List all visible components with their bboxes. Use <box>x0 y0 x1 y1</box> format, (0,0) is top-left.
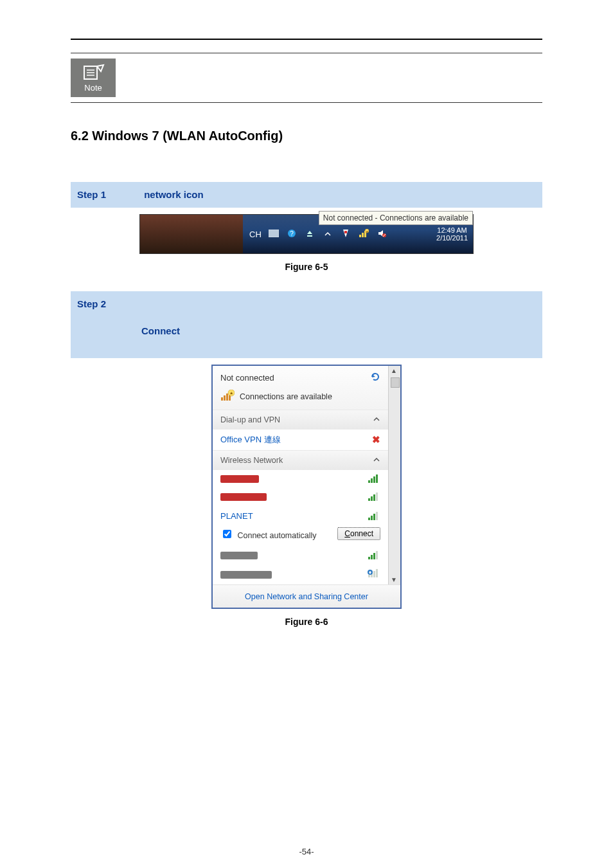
connect-automatically-checkbox[interactable]: Connect automatically <box>220 528 316 540</box>
action-center-icon[interactable] <box>340 229 351 240</box>
svg-rect-15 <box>221 397 223 401</box>
page-number: -54- <box>0 847 613 856</box>
dialup-vpn-header[interactable]: Dial-up and VPN <box>213 410 388 429</box>
open-network-center-link[interactable]: Open Network and Sharing Center <box>213 584 400 608</box>
step-2-bar: Step 2 Connect <box>71 291 542 358</box>
wifi-item-selected[interactable]: PLANET Conne <box>213 506 388 547</box>
scroll-up-icon[interactable]: ▲ <box>391 367 397 374</box>
clock-time: 12:49 AM <box>436 226 468 234</box>
svg-rect-16 <box>224 395 226 401</box>
wifi-item-redacted-3[interactable] <box>213 547 388 565</box>
eject-icon[interactable] <box>304 230 315 239</box>
dialup-vpn-label: Dial-up and VPN <box>220 415 280 424</box>
wifi-item-redacted-4[interactable] <box>213 565 388 584</box>
chevron-up-icon <box>373 456 380 465</box>
note-icon: Note <box>71 59 116 97</box>
wifi-connections-available: Connections are available <box>240 392 332 401</box>
svg-rect-33 <box>368 557 370 559</box>
signal-3-icon <box>368 493 380 502</box>
svg-rect-29 <box>368 518 370 520</box>
note-callout: Note <box>71 53 542 103</box>
svg-rect-26 <box>371 496 373 501</box>
svg-rect-31 <box>373 514 375 520</box>
signal-3-icon <box>368 551 380 560</box>
wifi-item-redacted-2[interactable] <box>213 488 388 506</box>
wifi-selected-ssid: PLANET <box>220 511 253 521</box>
svg-rect-21 <box>368 480 370 483</box>
wifi-popup: Not connected <box>211 365 402 609</box>
network-icon[interactable]: ★ <box>358 229 369 240</box>
svg-rect-37 <box>368 575 370 577</box>
chevron-up-icon[interactable] <box>322 230 333 239</box>
section-heading: 6.2 Windows 7 (WLAN AutoConfig) <box>71 129 542 143</box>
clock-date: 2/10/2011 <box>436 234 468 242</box>
scroll-down-icon[interactable]: ▼ <box>391 576 397 583</box>
vpn-item[interactable]: Office VPN 連線 ✖ <box>213 429 388 450</box>
vpn-item-label: Office VPN 連線 <box>220 434 281 446</box>
wireless-network-label: Wireless Network <box>220 456 283 465</box>
taskbar-tooltip: Not connected - Connections are availabl… <box>319 211 473 225</box>
svg-rect-36 <box>376 551 378 559</box>
svg-rect-17 <box>226 393 228 401</box>
taskbar-screenshot: Not connected - Connections are availabl… <box>139 214 474 254</box>
svg-rect-30 <box>371 516 373 520</box>
svg-rect-28 <box>376 493 378 501</box>
svg-rect-22 <box>371 478 373 483</box>
refresh-icon[interactable] <box>370 372 380 383</box>
step-1-bar: Step 1 network icon <box>71 182 542 208</box>
figure-6-6-caption: Figure 6-6 <box>71 617 542 627</box>
svg-rect-4 <box>269 230 279 237</box>
signal-3-icon <box>368 512 380 521</box>
wifi-item-redacted-1[interactable] <box>213 470 388 488</box>
connect-button-rest: onnect <box>350 529 373 538</box>
signal-full-icon <box>368 475 380 484</box>
connect-button[interactable]: Connect <box>337 527 380 540</box>
chevron-up-icon <box>373 415 380 424</box>
svg-rect-27 <box>373 494 375 501</box>
svg-rect-8 <box>359 235 361 237</box>
ime-indicator[interactable]: CH <box>249 230 262 239</box>
svg-rect-23 <box>373 476 375 483</box>
svg-text:?: ? <box>290 230 294 237</box>
svg-rect-39 <box>373 571 375 577</box>
connect-automatically-label: Connect automatically <box>237 531 316 540</box>
svg-rect-34 <box>371 555 373 559</box>
signal-shield-icon <box>368 569 380 580</box>
open-network-center-label: Open Network and Sharing Center <box>245 592 368 601</box>
step-2-number: Step 2 <box>77 296 141 312</box>
svg-rect-35 <box>373 553 375 559</box>
svg-rect-9 <box>362 233 364 237</box>
svg-rect-40 <box>376 569 378 577</box>
note-label: Note <box>84 83 102 93</box>
svg-rect-7 <box>344 231 347 233</box>
wireless-network-header[interactable]: Wireless Network <box>213 450 388 470</box>
figure-6-5-caption: Figure 6-5 <box>71 262 542 272</box>
wifi-status-text: Not connected <box>220 373 274 383</box>
volume-icon[interactable] <box>376 229 387 240</box>
keyboard-icon[interactable] <box>268 230 280 239</box>
svg-text:★: ★ <box>229 391 233 395</box>
svg-rect-25 <box>368 498 370 501</box>
signal-warning-icon: ★ <box>220 390 235 403</box>
scrollbar[interactable]: ▲ ▼ <box>388 366 400 584</box>
error-icon: ✖ <box>372 434 380 446</box>
step-2-keyword: Connect <box>141 325 180 336</box>
taskbar-clock[interactable]: 12:49 AM 2/10/2011 <box>431 224 473 244</box>
scroll-thumb[interactable] <box>391 377 400 388</box>
step-1-number: Step 1 <box>77 187 141 203</box>
svg-rect-32 <box>376 512 378 520</box>
step-1-keyword: network icon <box>144 189 204 200</box>
help-icon[interactable]: ? <box>286 229 298 240</box>
svg-rect-24 <box>376 475 378 483</box>
